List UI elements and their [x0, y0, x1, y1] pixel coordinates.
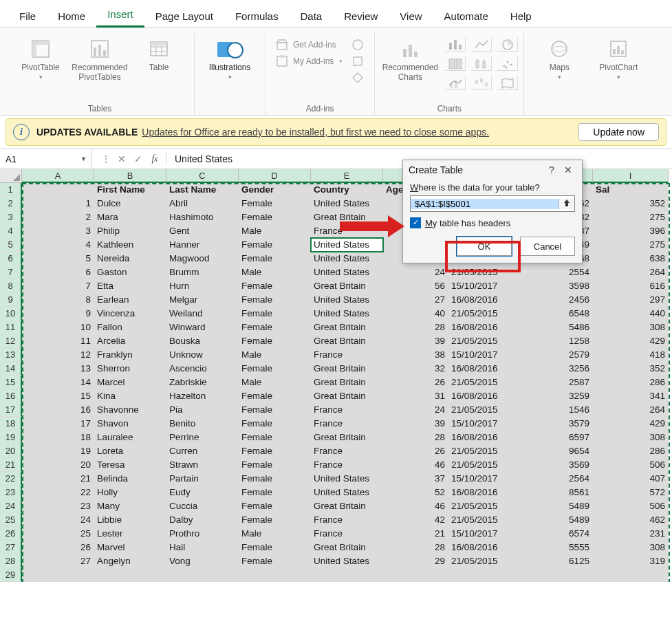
- cell[interactable]: 286: [593, 444, 669, 458]
- cell[interactable]: 21/05/2015: [448, 334, 521, 348]
- row-header[interactable]: 9: [0, 293, 22, 307]
- cell[interactable]: Last Name: [166, 183, 239, 197]
- people-graph-icon[interactable]: [351, 54, 365, 68]
- row-header[interactable]: 18: [0, 417, 22, 431]
- cell[interactable]: Weiland: [166, 307, 239, 321]
- cell[interactable]: 15/10/2017: [448, 348, 521, 362]
- cell[interactable]: Female: [239, 458, 311, 472]
- cell[interactable]: Nereida: [94, 252, 166, 266]
- cell[interactable]: 42: [383, 513, 448, 527]
- cell[interactable]: Many: [94, 499, 166, 513]
- col-header-D[interactable]: D: [239, 169, 311, 183]
- cell[interactable]: 37: [383, 472, 448, 486]
- row-header[interactable]: 28: [0, 554, 22, 568]
- cell[interactable]: 5555: [521, 541, 593, 554]
- pivotchart-button[interactable]: PivotChart ▾: [589, 35, 648, 82]
- cell[interactable]: Female: [239, 499, 311, 513]
- cell[interactable]: [22, 568, 94, 582]
- cell[interactable]: Unknow: [166, 348, 239, 362]
- ok-button[interactable]: OK: [457, 237, 512, 256]
- cell[interactable]: Female: [239, 210, 311, 224]
- cell[interactable]: Earlean: [94, 293, 166, 307]
- cell[interactable]: Benito: [166, 417, 239, 431]
- cell[interactable]: 462: [593, 513, 669, 527]
- cell[interactable]: 16/08/2016: [448, 541, 521, 554]
- cell[interactable]: 28: [383, 321, 448, 334]
- cell[interactable]: 19: [22, 444, 94, 458]
- cell[interactable]: 1: [22, 197, 94, 210]
- row-header[interactable]: 8: [0, 279, 22, 293]
- cell[interactable]: 341: [593, 389, 669, 403]
- tab-file[interactable]: File: [8, 5, 47, 28]
- cell[interactable]: 407: [593, 472, 669, 486]
- cell[interactable]: 27: [22, 554, 94, 568]
- cell[interactable]: 6548: [521, 307, 593, 321]
- row-header[interactable]: 3: [0, 210, 22, 224]
- tab-automate[interactable]: Automate: [433, 5, 499, 28]
- cell[interactable]: 56: [383, 279, 448, 293]
- cell[interactable]: Shavon: [94, 417, 166, 431]
- cell[interactable]: 26: [22, 541, 94, 554]
- cell[interactable]: France: [311, 444, 383, 458]
- cell[interactable]: Strawn: [166, 458, 239, 472]
- cell[interactable]: 15/10/2017: [448, 472, 521, 486]
- cell[interactable]: Country: [311, 183, 383, 197]
- cell[interactable]: Female: [239, 431, 311, 444]
- col-header-A[interactable]: A: [22, 169, 94, 183]
- cell[interactable]: 21/05/2015: [448, 499, 521, 513]
- cell[interactable]: 11: [22, 334, 94, 348]
- cell[interactable]: 308: [593, 431, 669, 444]
- cell[interactable]: Fallon: [94, 321, 166, 334]
- cell[interactable]: 16/08/2016: [448, 293, 521, 307]
- cell[interactable]: Male: [239, 376, 311, 389]
- cell[interactable]: [521, 568, 593, 582]
- cell[interactable]: 308: [593, 541, 669, 554]
- cell[interactable]: 5: [22, 252, 94, 266]
- cell[interactable]: 264: [593, 266, 669, 279]
- chart-statistic-icon[interactable]: [471, 57, 492, 71]
- row-header[interactable]: 14: [0, 362, 22, 376]
- cell[interactable]: Female: [239, 444, 311, 458]
- row-header[interactable]: 1: [0, 183, 22, 197]
- col-header-B[interactable]: B: [94, 169, 166, 183]
- cell[interactable]: 46: [383, 499, 448, 513]
- visio-icon[interactable]: [351, 71, 365, 85]
- name-box-dropdown-icon[interactable]: ▼: [80, 155, 87, 162]
- cell[interactable]: 308: [593, 321, 669, 334]
- name-box[interactable]: ▼: [0, 149, 91, 169]
- cell[interactable]: 5489: [521, 513, 593, 527]
- cell[interactable]: Abril: [166, 197, 239, 210]
- cell[interactable]: Libbie: [94, 513, 166, 527]
- cell[interactable]: 15: [22, 389, 94, 403]
- cell[interactable]: Great Britain: [311, 362, 383, 376]
- cell[interactable]: 21: [383, 527, 448, 541]
- row-header[interactable]: 7: [0, 266, 22, 279]
- row-header[interactable]: 10: [0, 307, 22, 321]
- chart-scatter-icon[interactable]: [497, 57, 518, 71]
- cell[interactable]: Great Britain: [311, 389, 383, 403]
- cell[interactable]: Prothro: [166, 527, 239, 541]
- cell[interactable]: Great Britain: [311, 431, 383, 444]
- cell[interactable]: Female: [239, 554, 311, 568]
- cell[interactable]: Female: [239, 197, 311, 210]
- dialog-close-button[interactable]: ✕: [560, 164, 576, 175]
- get-addins-button[interactable]: Get Add-ins: [275, 38, 343, 52]
- col-header-I[interactable]: I: [593, 169, 669, 183]
- cell[interactable]: United States: [311, 486, 383, 499]
- cell[interactable]: 3256: [521, 362, 593, 376]
- cell[interactable]: Etta: [94, 279, 166, 293]
- cell[interactable]: United States: [311, 293, 383, 307]
- name-box-input[interactable]: [4, 153, 62, 165]
- chart-pie-icon[interactable]: [497, 38, 518, 52]
- tab-help[interactable]: Help: [499, 5, 543, 28]
- cell[interactable]: France: [311, 417, 383, 431]
- cell[interactable]: 231: [593, 527, 669, 541]
- recommended-pivottables-button[interactable]: RecommendedPivotTables: [70, 35, 129, 83]
- cell[interactable]: 6125: [521, 554, 593, 568]
- cell[interactable]: Male: [239, 224, 311, 238]
- update-now-button[interactable]: Update now: [578, 123, 659, 141]
- cell[interactable]: 429: [593, 417, 669, 431]
- cell[interactable]: 264: [593, 403, 669, 417]
- cell[interactable]: Female: [239, 389, 311, 403]
- row-header[interactable]: 23: [0, 486, 22, 499]
